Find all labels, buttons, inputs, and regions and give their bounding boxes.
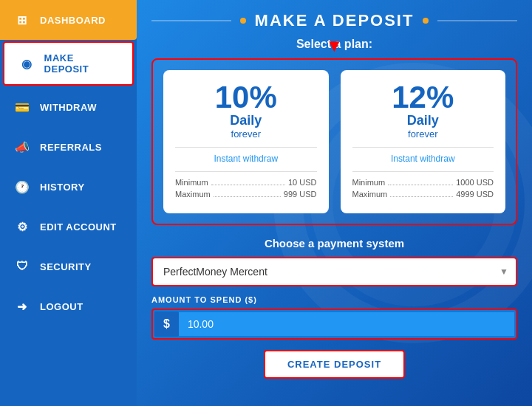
plan-2-max-value: 4999 USD	[456, 190, 494, 199]
plan-2-rate: 12%	[352, 82, 494, 113]
withdraw-icon: 💳	[12, 97, 33, 117]
sidebar-label-edit-account: EDIT ACCOUNT	[40, 221, 117, 233]
plan-2-max-label: Maximum	[352, 190, 388, 199]
sidebar-label-referrals: REFERRALS	[40, 142, 102, 153]
plan-1-duration: forever	[175, 128, 317, 140]
amount-input[interactable]	[179, 312, 514, 336]
amount-label: AMOUNT TO SPEND ($)	[151, 295, 517, 304]
plan-1-max-value: 999 USD	[284, 190, 317, 199]
plan-2-max: Maximum 4999 USD	[352, 190, 494, 199]
sidebar-item-withdraw[interactable]: 💳 WITHDRAW	[0, 87, 137, 127]
sidebar-item-security[interactable]: 🛡 security	[0, 247, 137, 286]
title-line-right	[437, 20, 517, 21]
payment-select[interactable]: PerfectMoney Mercent Bitcoin Ethereum Pa…	[153, 258, 516, 285]
sidebar-item-referrals[interactable]: 📣 REFERRALS	[0, 127, 137, 167]
payment-label: Choose a payment system	[151, 237, 517, 250]
sidebar-label-history: hisToRY	[40, 182, 85, 193]
sidebar-label-logout: LOGOUT	[40, 301, 83, 312]
payment-select-annotation: PerfectMoney Mercent Bitcoin Ethereum Pa…	[151, 257, 517, 286]
main-content: MAKE A DEPOSIT ▼ Select a plan: 10% Dail…	[137, 0, 532, 406]
plan-2-withdraw: Instant withdraw	[352, 154, 494, 164]
plan-1-min: Minimum 10 USD	[175, 178, 317, 187]
amount-annotation: $ ◀	[151, 309, 517, 340]
sidebar-label-security: security	[40, 261, 92, 272]
create-btn-wrapper: CREATE DEPOSIT	[151, 350, 517, 379]
amount-prefix: $	[154, 312, 179, 337]
dots-2	[214, 196, 281, 197]
sidebar-item-dashboard[interactable]: ⊞ DASHBOARD	[0, 0, 137, 40]
sidebar: ⊞ DASHBOARD ◉ MAKE DEPOSIT 💳 WITHDRAW 📣 …	[0, 0, 137, 406]
dots-3	[388, 185, 453, 185]
make-deposit-icon: ◉	[16, 53, 37, 74]
logout-icon: ➜	[12, 296, 33, 317]
down-arrow-indicator: ▼	[326, 35, 344, 56]
title-line-left	[151, 20, 231, 21]
sidebar-item-make-deposit[interactable]: ◉ MAKE DEPOSIT	[3, 41, 134, 86]
plan-2-min: Minimum 1000 USD	[352, 178, 494, 187]
plan-1-min-value: 10 USD	[288, 178, 317, 187]
title-dot-right	[423, 18, 429, 24]
plan-1-period: Daily	[175, 113, 317, 128]
security-icon: 🛡	[12, 256, 33, 277]
page-title: MAKE A DEPOSIT	[255, 11, 415, 30]
dots-1	[211, 185, 285, 185]
sidebar-item-history[interactable]: 🕐 hisToRY	[0, 167, 137, 207]
page-title-bar: MAKE A DEPOSIT	[151, 0, 517, 38]
referrals-icon: 📣	[12, 137, 33, 157]
plan-1-withdraw: Instant withdraw	[175, 154, 317, 164]
plan-2-period: Daily	[352, 113, 494, 128]
sidebar-item-logout[interactable]: ➜ LOGOUT	[0, 286, 137, 326]
plan-card-2[interactable]: 12% Daily forever Instant withdraw Minim…	[341, 70, 506, 213]
plan-2-min-label: Minimum	[352, 178, 386, 187]
plan-1-rate: 10%	[175, 82, 317, 113]
plans-container: 10% Daily forever Instant withdraw Minim…	[151, 58, 517, 225]
create-deposit-button[interactable]: CREATE DEPOSIT	[264, 350, 405, 379]
sidebar-item-edit-account[interactable]: ⚙ EDIT ACCOUNT	[0, 207, 137, 247]
title-dot-left	[240, 18, 246, 24]
payment-section: Choose a payment system PerfectMoney Mer…	[151, 237, 517, 379]
payment-select-wrapper: PerfectMoney Mercent Bitcoin Ethereum Pa…	[151, 257, 517, 286]
plan-2-duration: forever	[352, 128, 494, 140]
edit-account-icon: ⚙	[12, 216, 33, 237]
sidebar-label-make-deposit: MAKE DEPOSIT	[44, 52, 120, 75]
plan-1-max: Maximum 999 USD	[175, 190, 317, 199]
dots-4	[390, 196, 453, 197]
plan-card-1[interactable]: 10% Daily forever Instant withdraw Minim…	[163, 70, 329, 213]
plan-2-min-value: 1000 USD	[456, 178, 494, 187]
sidebar-label-withdraw: WITHDRAW	[40, 102, 97, 113]
dashboard-icon: ⊞	[12, 10, 33, 30]
plan-1-min-label: Minimum	[175, 178, 208, 187]
plan-1-max-label: Maximum	[175, 190, 211, 199]
history-icon: 🕐	[12, 176, 33, 197]
amount-input-wrapper: $	[151, 309, 517, 340]
sidebar-label-dashboard: DASHBOARD	[40, 15, 106, 26]
